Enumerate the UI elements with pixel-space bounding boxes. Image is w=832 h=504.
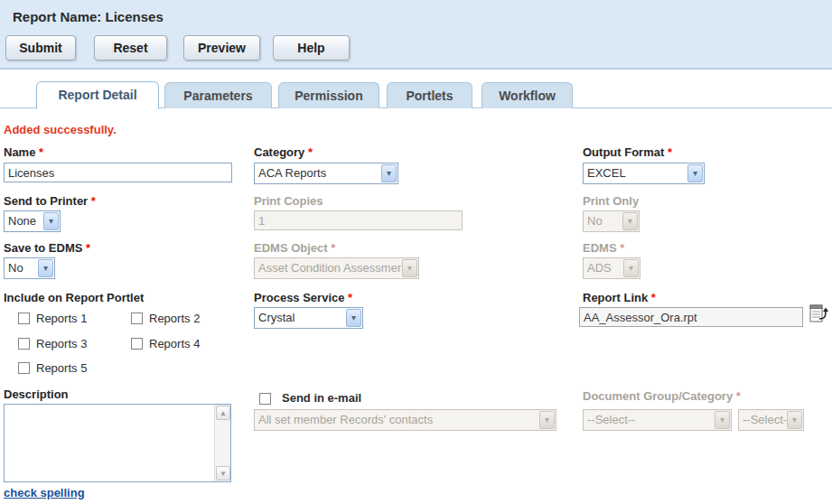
chevron-down-icon: ▾ bbox=[623, 259, 639, 277]
save-to-edms-select-value: No bbox=[8, 258, 37, 278]
page-title: Report Name: Licenses bbox=[13, 9, 164, 24]
tab-workflow[interactable]: Workflow bbox=[481, 82, 573, 108]
reports-1-checkbox[interactable] bbox=[18, 313, 30, 324]
reports-3-label: Reports 3 bbox=[36, 337, 87, 350]
page-header: Report Name: Licenses Submit Reset Previ… bbox=[0, 0, 832, 70]
send-to-printer-select[interactable]: None ▾ bbox=[4, 210, 61, 232]
email-recipients-select: All set member Records' contacts ▾ bbox=[254, 409, 556, 431]
report-link-label: Report Link * bbox=[583, 291, 656, 304]
chevron-down-icon: ▾ bbox=[43, 212, 59, 230]
process-service-label: Process Service * bbox=[254, 291, 352, 304]
document-group-category-label: Document Group/Category * bbox=[583, 389, 741, 403]
edms-label: EDMS * bbox=[583, 241, 624, 255]
submit-button[interactable]: Submit bbox=[5, 35, 76, 61]
reports-2-checkbox[interactable] bbox=[131, 313, 143, 324]
send-in-email-label: Send in e-mail bbox=[282, 391, 361, 405]
send-in-email-checkbox[interactable] bbox=[259, 393, 271, 405]
reports-4-label: Reports 4 bbox=[149, 337, 200, 350]
print-only-select: No ▾ bbox=[583, 210, 640, 232]
print-only-label: Print Only bbox=[583, 194, 639, 208]
edms-select: ADS ▾ bbox=[583, 257, 640, 279]
tab-permission[interactable]: Permission bbox=[278, 82, 379, 108]
document-group-select-value: --Select-- bbox=[587, 410, 714, 430]
send-to-printer-label: Send to Printer * bbox=[4, 194, 96, 208]
chevron-down-icon: ▾ bbox=[539, 411, 555, 429]
tab-bar: Report Detail Parameters Permission Port… bbox=[0, 81, 832, 108]
chevron-down-icon: ▾ bbox=[38, 259, 53, 277]
edms-object-select: Asset Condition Assessment ▾ bbox=[254, 257, 419, 279]
document-group-select: --Select-- ▾ bbox=[583, 409, 732, 431]
tab-report-detail[interactable]: Report Detail bbox=[36, 81, 159, 109]
reports-3-checkbox[interactable] bbox=[18, 338, 30, 350]
scroll-up-icon[interactable]: ▲ bbox=[216, 406, 230, 420]
reports-5-label: Reports 5 bbox=[36, 361, 87, 375]
print-only-select-value: No bbox=[587, 211, 622, 231]
output-format-label: Output Format * bbox=[583, 145, 672, 159]
name-input[interactable] bbox=[4, 163, 232, 182]
report-picker-icon[interactable] bbox=[809, 303, 828, 324]
tab-portlets[interactable]: Portlets bbox=[387, 82, 472, 108]
chevron-down-icon: ▾ bbox=[715, 411, 730, 429]
help-button[interactable]: Help bbox=[273, 35, 350, 61]
status-message: Added successfully. bbox=[4, 123, 117, 136]
reports-1-label: Reports 1 bbox=[36, 312, 87, 325]
print-copies-label: Print Copies bbox=[254, 194, 323, 208]
document-category-select-value: --Select-- bbox=[743, 410, 786, 430]
name-label: Name * bbox=[4, 145, 43, 159]
scroll-down-icon[interactable]: ▼ bbox=[216, 466, 230, 481]
report-detail-page: Report Name: Licenses Submit Reset Previ… bbox=[0, 0, 832, 504]
report-link-input[interactable] bbox=[579, 307, 803, 327]
description-label: Description bbox=[4, 387, 69, 401]
chevron-down-icon: ▾ bbox=[402, 259, 417, 277]
save-to-edms-label: Save to EDMS * bbox=[4, 241, 90, 255]
tab-parameters[interactable]: Parameters bbox=[164, 82, 272, 108]
chevron-down-icon: ▾ bbox=[622, 212, 638, 230]
chevron-down-icon: ▾ bbox=[381, 164, 397, 182]
include-on-report-portlet-label: Include on Report Portlet bbox=[4, 291, 144, 304]
email-recipients-select-value: All set member Records' contacts bbox=[258, 410, 538, 430]
chevron-down-icon: ▾ bbox=[687, 164, 703, 182]
reports-2-label: Reports 2 bbox=[149, 312, 200, 325]
print-copies-input bbox=[254, 210, 463, 230]
output-format-select-value: EXCEL bbox=[587, 163, 687, 183]
send-to-printer-select-value: None bbox=[8, 211, 42, 231]
chevron-down-icon: ▾ bbox=[787, 411, 802, 429]
save-to-edms-select[interactable]: No ▾ bbox=[4, 257, 55, 279]
reset-button[interactable]: Reset bbox=[94, 35, 167, 61]
chevron-down-icon: ▾ bbox=[346, 309, 361, 327]
process-service-select[interactable]: Crystal ▾ bbox=[254, 307, 363, 329]
description-field: ▲ ▼ bbox=[4, 404, 231, 482]
category-select[interactable]: ACA Reports ▾ bbox=[254, 163, 398, 184]
check-spelling-link[interactable]: check spelling bbox=[4, 486, 85, 499]
description-scrollbar[interactable]: ▲ ▼ bbox=[214, 405, 230, 481]
description-textarea[interactable] bbox=[5, 405, 214, 481]
edms-select-value: ADS bbox=[587, 258, 622, 278]
category-label: Category * bbox=[254, 145, 313, 159]
reports-4-checkbox[interactable] bbox=[131, 338, 143, 350]
edms-object-label: EDMS Object * bbox=[254, 241, 335, 255]
document-category-select: --Select-- ▾ bbox=[738, 409, 804, 431]
reports-5-checkbox[interactable] bbox=[18, 362, 30, 374]
output-format-select[interactable]: EXCEL ▾ bbox=[583, 163, 705, 184]
process-service-select-value: Crystal bbox=[258, 308, 345, 328]
category-select-value: ACA Reports bbox=[258, 163, 380, 183]
preview-button[interactable]: Preview bbox=[183, 35, 260, 61]
edms-object-select-value: Asset Condition Assessment bbox=[258, 258, 401, 278]
